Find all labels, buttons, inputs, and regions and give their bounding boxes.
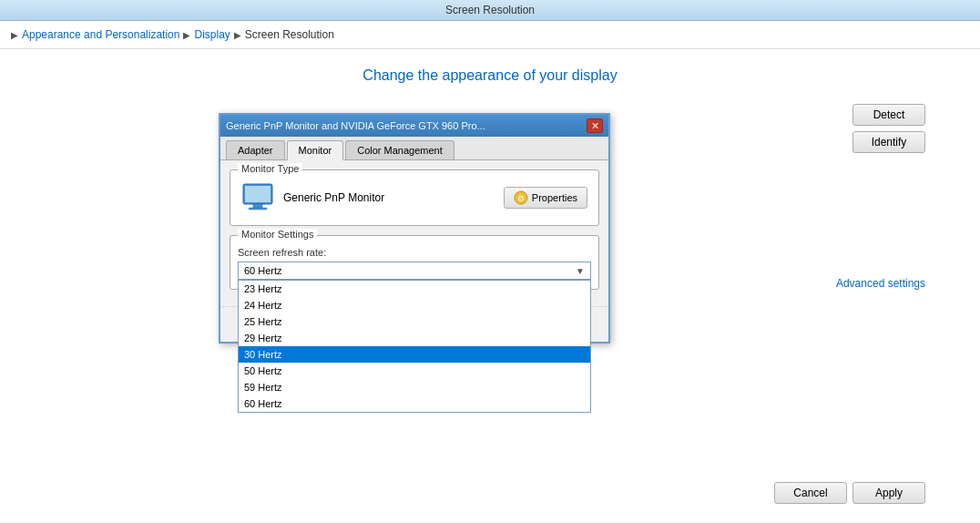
identify-button[interactable]: Identify (852, 131, 925, 153)
monitor-type-group: Monitor Type Generic PnP Monitor (230, 169, 599, 226)
rate-option-59[interactable]: 59 Hertz (239, 379, 590, 395)
breadcrumb-arrow3: ▶ (234, 30, 241, 40)
breadcrumb-arrow1: ▶ (11, 30, 18, 40)
svg-text:⚙: ⚙ (517, 194, 525, 203)
main-content: Change the appearance of your display De… (0, 49, 980, 522)
svg-rect-3 (249, 208, 267, 210)
dialog-title-text: Generic PnP Monitor and NVIDIA GeForce G… (226, 120, 587, 131)
breadcrumb-appearance[interactable]: Appearance and Personalization (22, 28, 179, 41)
rate-option-60[interactable]: 60 Hertz (239, 395, 590, 412)
monitor-svg (241, 183, 274, 212)
svg-rect-1 (245, 186, 271, 202)
title-bar: Screen Resolution (0, 0, 980, 21)
tab-adapter[interactable]: Adapter (226, 140, 285, 159)
main-apply-button[interactable]: Apply (852, 482, 925, 504)
monitor-settings-group: Monitor Settings Screen refresh rate: 60… (230, 235, 599, 290)
dialog-titlebar: Generic PnP Monitor and NVIDIA GeForce G… (220, 115, 608, 137)
properties-icon: ⚙ (514, 190, 528, 205)
rate-option-50[interactable]: 50 Hertz (239, 363, 590, 379)
breadcrumb: ▶ Appearance and Personalization ▶ Displ… (0, 21, 980, 49)
refresh-rate-label: Screen refresh rate: (238, 247, 591, 258)
dropdown-selected[interactable]: 60 Hertz ▼ (238, 262, 591, 280)
rate-option-29[interactable]: 29 Hertz (239, 330, 590, 346)
dialog-overlay: Generic PnP Monitor and NVIDIA GeForce G… (219, 113, 610, 344)
dialog-body: Monitor Type Generic PnP Monitor (220, 160, 608, 306)
right-buttons: Detect Identify (852, 104, 925, 153)
dialog-tabs: Adapter Monitor Color Management (220, 137, 608, 160)
refresh-rate-dropdown[interactable]: 60 Hertz ▼ 23 Hertz 24 Hertz 25 Hertz 29… (238, 262, 591, 280)
page-title: Change the appearance of your display (18, 67, 962, 84)
svg-rect-2 (253, 204, 262, 208)
title-bar-text: Screen Resolution (445, 4, 535, 16)
monitor-settings-label: Monitor Settings (238, 229, 317, 240)
breadcrumb-arrow2: ▶ (183, 30, 190, 40)
main-cancel-button[interactable]: Cancel (774, 482, 847, 504)
monitor-icon (241, 183, 274, 212)
rate-option-30[interactable]: 30 Hertz (239, 346, 590, 363)
monitor-type-content: Generic PnP Monitor ⚙ Properties (238, 178, 591, 218)
rate-option-24[interactable]: 24 Hertz (239, 297, 590, 313)
rate-option-23[interactable]: 23 Hertz (239, 281, 590, 297)
breadcrumb-current: Screen Resolution (245, 28, 334, 41)
bottom-buttons-outer: Cancel Apply (774, 482, 925, 504)
tab-monitor[interactable]: Monitor (287, 140, 344, 160)
breadcrumb-display[interactable]: Display (194, 28, 230, 41)
dialog-window: Generic PnP Monitor and NVIDIA GeForce G… (219, 113, 610, 344)
dropdown-arrow-icon: ▼ (576, 266, 585, 276)
rate-option-25[interactable]: 25 Hertz (239, 313, 590, 330)
monitor-type-label: Monitor Type (238, 163, 302, 174)
detect-button[interactable]: Detect (852, 104, 925, 126)
tab-color-management[interactable]: Color Management (345, 140, 454, 159)
dialog-close-button[interactable]: ✕ (587, 118, 603, 133)
properties-button[interactable]: ⚙ Properties (504, 187, 587, 209)
monitor-name-text: Generic PnP Monitor (283, 191, 384, 204)
dropdown-list: 23 Hertz 24 Hertz 25 Hertz 29 Hertz 30 H… (238, 280, 591, 413)
advanced-settings-link[interactable]: Advanced settings (836, 277, 925, 290)
